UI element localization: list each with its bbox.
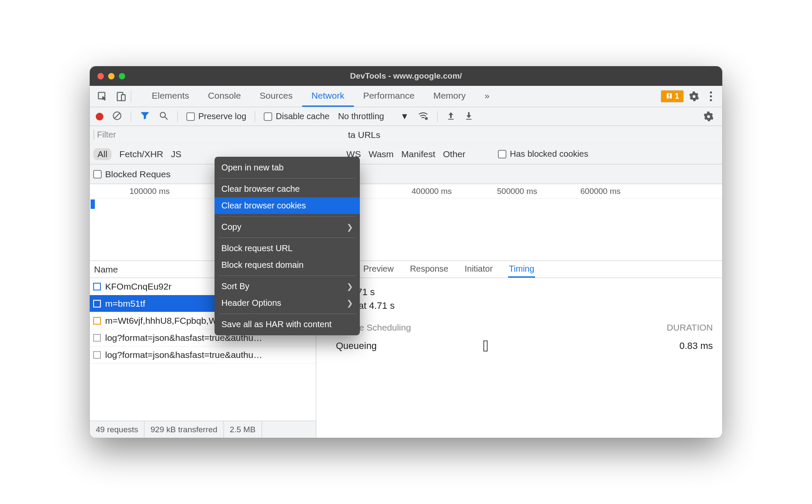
menu-open-in-new-tab[interactable]: Open in new tab [215, 159, 360, 176]
checkbox-icon [186, 112, 195, 121]
menu-sort-by[interactable]: Sort By❯ [215, 278, 360, 295]
tab-elements[interactable]: Elements [142, 86, 199, 107]
separator [437, 111, 438, 122]
resource-type-filter: All Fetch/XHR JS WS Wasm Manifest Other … [90, 144, 722, 164]
close-window-button[interactable] [97, 73, 104, 79]
svg-rect-11 [448, 119, 453, 120]
network-status-bar: 49 requests 929 kB transferred 2.5 MB [90, 421, 316, 438]
tick-label: 600000 ms [580, 187, 621, 196]
separator [177, 111, 178, 122]
type-all[interactable]: All [93, 148, 112, 160]
chevron-right-icon: ❯ [347, 299, 353, 308]
request-name: log?format=json&hasfast=true&authu… [105, 350, 262, 360]
has-blocked-cookies-checkbox[interactable]: Has blocked cookies [498, 149, 588, 159]
throttling-dropdown[interactable]: No throttling ▼ [338, 111, 409, 121]
svg-point-8 [160, 112, 165, 117]
tab-more[interactable]: » [475, 86, 499, 107]
panel-tabs: Elements Console Sources Network Perform… [142, 86, 499, 107]
more-menu-icon[interactable] [704, 91, 717, 101]
started-at: Started at 4.71 s [326, 300, 713, 311]
type-other[interactable]: Other [443, 149, 465, 159]
preserve-log-label: Preserve log [198, 111, 246, 121]
type-fetch-xhr[interactable]: Fetch/XHR [119, 149, 163, 159]
issues-badge[interactable]: 1 [661, 90, 684, 103]
tab-console[interactable]: Console [199, 86, 250, 107]
request-name: KFOmCnqEu92r [105, 281, 171, 292]
detail-tab-response[interactable]: Response [409, 261, 449, 278]
network-conditions-icon[interactable] [418, 110, 429, 123]
network-toolbar: Preserve log Disable cache No throttling… [90, 107, 722, 126]
svg-line-7 [115, 113, 120, 118]
device-toolbar-icon[interactable] [113, 89, 128, 104]
titlebar: DevTools - www.google.com/ [90, 66, 722, 86]
timing-detail-body: ed at 4.71 s Started at 4.71 s Resource … [316, 278, 722, 357]
tab-sources[interactable]: Sources [250, 86, 302, 107]
status-transferred: 929 kB transferred [144, 421, 224, 438]
filter-row: Filter ta URLs [90, 126, 722, 144]
throttling-value: No throttling [338, 111, 384, 121]
waterfall-timeline[interactable]: 100000 ms 400000 ms 500000 ms 600000 ms [90, 184, 722, 261]
checkbox-icon [264, 112, 272, 121]
tick-label: 400000 ms [412, 187, 452, 196]
traffic-lights [97, 73, 125, 79]
type-js[interactable]: JS [171, 149, 182, 159]
detail-tab-initiator[interactable]: Initiator [464, 261, 494, 278]
type-manifest[interactable]: Manifest [401, 149, 435, 159]
tab-memory[interactable]: Memory [424, 86, 475, 107]
filter-icon[interactable] [140, 111, 150, 123]
blocked-requests-checkbox[interactable]: Blocked Reques [93, 169, 171, 179]
filter-input[interactable]: Filter [93, 130, 116, 140]
menu-copy[interactable]: Copy❯ [215, 219, 360, 235]
menu-separator [219, 275, 356, 276]
status-resources: 2.5 MB [224, 421, 262, 438]
preserve-log-checkbox[interactable]: Preserve log [186, 111, 246, 121]
svg-rect-12 [466, 119, 471, 120]
tab-performance[interactable]: Performance [354, 86, 424, 107]
window-title: DevTools - www.google.com/ [90, 71, 722, 81]
settings-icon[interactable] [686, 89, 702, 104]
menu-header-options[interactable]: Header Options❯ [215, 295, 360, 311]
dropdown-icon: ▼ [400, 111, 409, 121]
panel-settings-icon[interactable] [701, 109, 716, 124]
clear-icon[interactable] [112, 111, 122, 123]
detail-tab-preview[interactable]: Preview [362, 261, 394, 278]
queueing-bar [483, 340, 488, 352]
context-menu: Open in new tab Clear browser cache Clea… [215, 157, 360, 335]
svg-rect-4 [668, 94, 670, 97]
file-icon [93, 283, 101, 290]
menu-save-as-har[interactable]: Save all as HAR with content [215, 316, 360, 333]
has-blocked-cookies-label: Has blocked cookies [510, 149, 588, 159]
checkbox-icon [498, 150, 506, 158]
disable-cache-checkbox[interactable]: Disable cache [264, 111, 330, 121]
issues-count: 1 [675, 92, 679, 101]
minimize-window-button[interactable] [108, 73, 115, 79]
menu-separator [219, 216, 356, 217]
detail-tab-timing[interactable]: Timing [508, 261, 535, 278]
separator [131, 91, 131, 102]
download-har-icon[interactable] [464, 111, 474, 122]
maximize-window-button[interactable] [119, 73, 125, 79]
request-row[interactable]: log?format=json&hasfast=true&authu… [90, 346, 316, 363]
upload-har-icon[interactable] [446, 111, 456, 122]
request-name: m=bm51tf [105, 299, 145, 309]
queueing-label: Queueing [326, 340, 377, 352]
file-icon [93, 351, 101, 359]
tab-network[interactable]: Network [302, 86, 354, 107]
blocked-requests-label: Blocked Reques [105, 169, 171, 179]
menu-block-request-url[interactable]: Block request URL [215, 240, 360, 257]
menu-clear-browser-cookies[interactable]: Clear browser cookies [215, 197, 360, 214]
menu-clear-browser-cache[interactable]: Clear browser cache [215, 181, 360, 197]
record-button[interactable] [96, 113, 103, 120]
search-icon[interactable] [159, 111, 169, 123]
detail-tab-bar: aders Preview Response Initiator Timing [316, 261, 722, 278]
menu-separator [219, 178, 356, 179]
data-urls-label: ta URLs [348, 130, 722, 140]
file-icon [93, 300, 101, 308]
chevron-right-icon: ❯ [347, 282, 353, 291]
tick-label: 100000 ms [129, 187, 170, 196]
type-wasm[interactable]: Wasm [368, 149, 394, 159]
inspect-element-icon[interactable] [95, 89, 110, 104]
timeline-selection[interactable] [91, 199, 95, 209]
menu-block-request-domain[interactable]: Block request domain [215, 257, 360, 273]
file-icon [93, 317, 101, 325]
